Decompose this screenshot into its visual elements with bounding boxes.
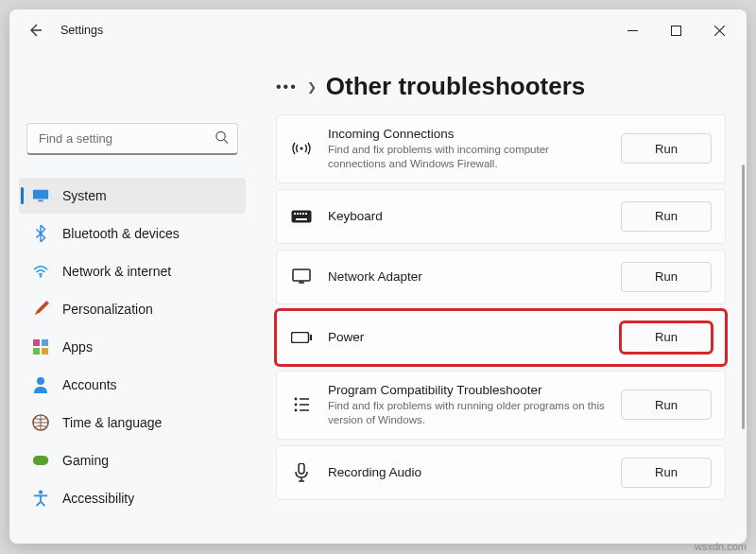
- run-button[interactable]: Run: [621, 322, 712, 353]
- troubleshooter-body: Keyboard: [328, 209, 606, 223]
- svg-rect-17: [300, 213, 301, 215]
- person-icon: [32, 376, 49, 393]
- sidebar-item-gaming[interactable]: Gaming: [19, 442, 246, 478]
- sidebar-item-label: Gaming: [62, 453, 109, 468]
- svg-point-4: [40, 275, 42, 277]
- gamepad-icon: [32, 452, 49, 469]
- svg-rect-14: [292, 210, 312, 222]
- titlebar-left: Settings: [23, 18, 103, 43]
- svg-rect-3: [38, 200, 43, 202]
- svg-point-9: [37, 377, 44, 385]
- sidebar-item-label: System: [62, 188, 107, 203]
- troubleshooter-name: Incoming Connections: [328, 127, 606, 141]
- troubleshooter-row: Incoming ConnectionsFind and fix problem…: [276, 114, 726, 183]
- troubleshooter-list: Incoming ConnectionsFind and fix problem…: [276, 114, 726, 500]
- svg-point-1: [216, 131, 225, 140]
- apps-icon: [32, 338, 49, 355]
- minimize-button[interactable]: [610, 15, 654, 45]
- watermark: wsxdn.com: [695, 541, 747, 552]
- svg-rect-19: [305, 213, 307, 215]
- svg-rect-6: [42, 339, 48, 346]
- troubleshooter-body: Power: [328, 330, 606, 344]
- run-button[interactable]: Run: [621, 262, 712, 292]
- accessibility-icon: [32, 490, 49, 507]
- sidebar-item-accounts[interactable]: Accounts: [19, 367, 246, 403]
- troubleshooter-name: Keyboard: [328, 209, 606, 223]
- troubleshooter-description: Find and fix problems with incoming comp…: [328, 143, 606, 171]
- main: ••• ❯ Other troubleshooters Incoming Con…: [255, 51, 747, 544]
- nav: SystemBluetooth & devicesNetwork & inter…: [19, 178, 246, 516]
- breadcrumb-overflow[interactable]: •••: [276, 78, 298, 95]
- svg-rect-7: [33, 348, 40, 355]
- troubleshooter-description: Find and fix problems with running older…: [328, 399, 606, 427]
- troubleshooter-row: PowerRun: [276, 310, 726, 365]
- settings-window: Settings SystemBluetooth & devicesNetwor…: [9, 9, 747, 544]
- search-input[interactable]: [26, 123, 238, 155]
- troubleshooter-body: Network Adapter: [328, 269, 606, 284]
- sidebar-item-network-internet[interactable]: Network & internet: [19, 253, 246, 289]
- svg-rect-11: [33, 456, 48, 465]
- sidebar-item-label: Personalization: [62, 302, 153, 317]
- antenna-icon: [290, 140, 313, 157]
- run-button[interactable]: Run: [621, 390, 712, 420]
- battery-icon: [290, 332, 313, 343]
- brush-icon: [32, 301, 49, 318]
- troubleshooter-body: Incoming ConnectionsFind and fix problem…: [328, 127, 606, 171]
- maximize-button[interactable]: [654, 15, 697, 45]
- troubleshooter-row: Network AdapterRun: [276, 250, 726, 304]
- arrow-left-icon: [27, 23, 43, 38]
- troubleshooter-name: Power: [328, 330, 606, 344]
- scrollbar-thumb[interactable]: [742, 164, 745, 429]
- svg-rect-22: [292, 332, 309, 342]
- svg-point-13: [300, 147, 302, 150]
- sidebar-item-personalization[interactable]: Personalization: [19, 291, 246, 327]
- display-icon: [32, 187, 49, 204]
- sidebar-item-accessibility[interactable]: Accessibility: [19, 480, 246, 516]
- svg-rect-21: [293, 269, 310, 281]
- minimize-icon: [627, 26, 638, 36]
- run-button[interactable]: Run: [621, 458, 712, 488]
- sidebar-item-bluetooth-devices[interactable]: Bluetooth & devices: [19, 216, 246, 251]
- window-controls: [610, 15, 741, 45]
- sidebar-item-system[interactable]: System: [19, 178, 246, 214]
- run-button[interactable]: Run: [621, 201, 712, 232]
- back-button[interactable]: [23, 18, 47, 43]
- keyboard-icon: [290, 210, 313, 223]
- sidebar-item-apps[interactable]: Apps: [19, 329, 246, 365]
- sidebar-item-time-language[interactable]: Time & language: [19, 405, 246, 441]
- monitor-icon: [290, 268, 313, 286]
- sidebar-item-label: Apps: [62, 339, 93, 355]
- svg-rect-27: [299, 463, 304, 474]
- svg-rect-20: [296, 218, 307, 220]
- close-button[interactable]: [697, 15, 741, 45]
- bluetooth-icon: [32, 225, 49, 242]
- maximize-icon: [671, 26, 681, 36]
- search-icon: [215, 130, 229, 148]
- page-header: ••• ❯ Other troubleshooters: [276, 72, 726, 101]
- troubleshooter-row: Program Compatibility TroubleshooterFind…: [276, 371, 726, 440]
- svg-rect-18: [302, 213, 304, 215]
- sidebar-item-label: Bluetooth & devices: [62, 226, 180, 241]
- sidebar-item-label: Network & internet: [62, 264, 171, 279]
- sidebar-item-label: Accounts: [62, 377, 117, 392]
- svg-point-24: [295, 398, 298, 401]
- run-button[interactable]: Run: [621, 133, 712, 164]
- svg-rect-0: [671, 26, 680, 35]
- svg-rect-15: [294, 213, 296, 215]
- sidebar-item-label: Accessibility: [62, 491, 134, 506]
- chevron-right-icon: ❯: [307, 80, 317, 94]
- globe-clock-icon: [32, 414, 49, 431]
- microphone-icon: [290, 463, 313, 482]
- list-icon: [290, 396, 313, 413]
- close-icon: [714, 26, 725, 36]
- troubleshooter-body: Program Compatibility TroubleshooterFind…: [328, 383, 606, 427]
- svg-point-12: [39, 491, 43, 494]
- svg-rect-8: [42, 348, 48, 355]
- troubleshooter-row: Recording AudioRun: [276, 445, 726, 500]
- troubleshooter-row: KeyboardRun: [276, 189, 726, 244]
- sidebar-item-label: Time & language: [62, 415, 162, 430]
- sidebar: SystemBluetooth & devicesNetwork & inter…: [9, 51, 255, 544]
- svg-rect-5: [33, 339, 40, 346]
- svg-rect-2: [33, 190, 48, 199]
- wifi-icon: [32, 263, 49, 280]
